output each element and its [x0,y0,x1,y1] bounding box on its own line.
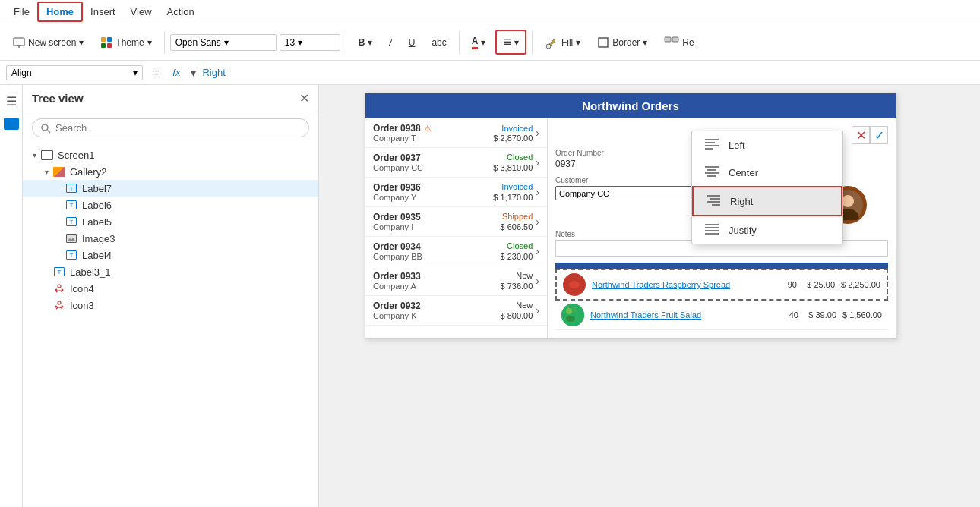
theme-chevron-icon: ▾ [147,37,152,48]
svg-rect-0 [14,38,24,46]
items-table-header [555,263,888,269]
italic-button[interactable]: / [382,33,398,52]
fill-icon [545,36,558,49]
label4-icon: T [64,249,79,261]
menu-home[interactable]: Home [37,2,83,22]
reorder-icon [664,36,679,49]
item-thumb-1 [561,304,584,326]
align-option-justify[interactable]: Justify [692,216,842,244]
svg-point-15 [62,289,64,291]
label7-icon: T [64,182,79,194]
items-row-0[interactable]: Northwind Traders Raspberry Spread 90 $ … [555,269,888,301]
formula-eq-symbol: = [146,66,165,80]
formula-fx-label: fx [168,67,185,78]
tree-item-icon3[interactable]: Icon3 [23,297,318,313]
tree-item-screen1[interactable]: ▾ Screen1 [23,146,318,163]
align-option-right[interactable]: Right [692,186,842,216]
align-button[interactable]: ≡ ▾ [495,30,526,55]
menu-action[interactable]: Action [160,3,202,20]
tree-item-gallery2[interactable]: ▾ Gallery2 [23,163,318,180]
tree-content: ▾ Screen1 ▾ Gallery2 [23,143,318,507]
tree-item-label7[interactable]: T Label7 [23,180,318,197]
order-chevron-0932-icon: › [536,304,539,316]
formula-bar: Align ▾ = fx ▾ Right [0,61,980,85]
hamburger-icon[interactable]: ☰ [3,91,20,112]
new-screen-chevron-icon: ▾ [79,37,84,48]
border-button[interactable]: Border ▾ [590,33,654,52]
screen-icon [40,149,55,161]
font-color-button[interactable]: A ▾ [465,32,493,53]
ribbon: New screen ▾ Theme ▾ Open Sans ▾ 13 ▾ B … [0,24,980,61]
tree-title: Tree view [32,92,84,105]
svg-point-27 [566,316,575,322]
order-item-0938[interactable]: Order 0938 ⚠ Invoiced Company T $ 2,870.… [365,118,547,148]
svg-rect-6 [107,43,112,48]
icon3-icon [52,299,67,311]
tree-item-label4[interactable]: T Label4 [23,247,318,263]
order-item-0936[interactable]: Order 0936 Invoiced Company Y $ 1,170.00… [365,178,547,207]
screens-icon[interactable] [4,118,19,130]
ribbon-divider-1 [164,31,165,54]
align-option-left[interactable]: Left [692,131,842,159]
formula-selector[interactable]: Align ▾ [6,65,143,80]
tree-item-image3[interactable]: Image3 [23,230,318,247]
svg-point-13 [58,285,61,288]
underline-button[interactable]: U [402,33,422,52]
svg-point-23 [569,281,580,288]
font-color-chevron-icon: ▾ [481,37,485,48]
order-chevron-0937-icon: › [536,156,539,168]
order-item-0932[interactable]: Order 0932 New Company K $ 800.00 › [365,296,547,326]
order-item-0934[interactable]: Order 0934 Closed Company BB $ 230.00 › [365,237,547,266]
svg-rect-3 [101,37,106,42]
tree-item-label3-1[interactable]: T Label3_1 [23,263,318,280]
search-input[interactable] [55,122,301,134]
icon4-icon [52,282,67,294]
expand-screen1-icon[interactable]: ▾ [29,151,40,159]
strikethrough-button[interactable]: abc [425,33,453,52]
font-size-dropdown[interactable]: 13 ▾ [280,34,340,51]
search-icon [40,123,51,134]
tree-close-button[interactable]: ✕ [299,91,309,105]
order-item-0933[interactable]: Order 0933 New Company A $ 736.00 › [365,266,547,296]
item-thumb-0 [563,273,586,296]
theme-button[interactable]: Theme ▾ [93,33,158,52]
bold-button[interactable]: B ▾ [352,33,380,52]
tree-item-label6[interactable]: T Label6 [23,197,318,213]
warning-icon: ⚠ [424,124,432,134]
svg-rect-4 [107,37,112,42]
tree-item-label5[interactable]: T Label5 [23,213,318,230]
font-family-dropdown[interactable]: Open Sans ▾ [170,34,277,51]
svg-line-12 [48,130,51,133]
theme-icon [100,36,112,49]
ribbon-divider-4 [532,31,533,54]
tree-item-icon4[interactable]: Icon4 [23,280,318,297]
new-screen-button[interactable]: New screen ▾ [6,33,90,52]
font-size-chevron-icon: ▾ [298,37,302,48]
align-left-icon [704,137,719,153]
menu-file[interactable]: File [6,3,37,20]
image3-icon [64,232,79,244]
order-item-0935[interactable]: Order 0935 Shipped Company I $ 606.50 › [365,207,547,237]
fill-button[interactable]: Fill ▾ [538,33,587,52]
confirm-button[interactable]: ✓ [870,126,888,144]
items-row-1[interactable]: Northwind Traders Fruit Salad 40 $ 39.00… [555,301,888,330]
align-option-center[interactable]: Center [692,159,842,186]
svg-point-24 [561,304,584,326]
svg-point-14 [55,289,58,291]
bold-chevron-icon: ▾ [368,37,372,48]
order-chevron-0936-icon: › [536,186,539,198]
search-box [32,118,309,137]
close-button[interactable]: ✕ [852,126,870,144]
svg-point-7 [546,44,551,49]
expand-gallery2-icon[interactable]: ▾ [41,168,52,176]
order-item-0937[interactable]: Order 0937 Closed Company CC $ 3,810.00 … [365,148,547,178]
align-right-icon [706,194,721,209]
svg-point-11 [42,124,48,131]
menu-insert[interactable]: Insert [83,3,123,20]
menu-bar: File Home Insert View Action [0,0,980,24]
svg-rect-8 [599,38,608,47]
border-chevron-icon: ▾ [643,37,647,48]
menu-view[interactable]: View [123,3,160,20]
reorder-button[interactable]: Re [657,33,700,52]
border-icon [597,36,609,49]
